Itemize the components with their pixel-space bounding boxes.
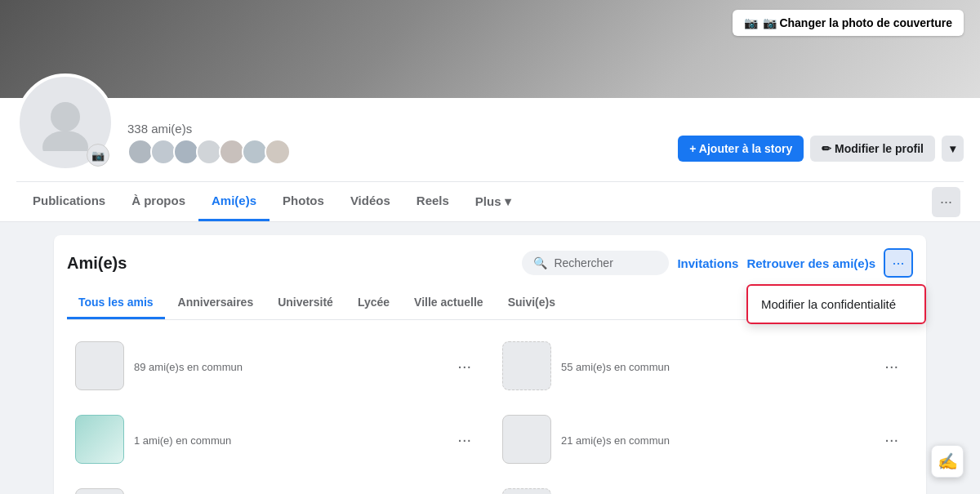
profile-meta: 338 ami(e)s bbox=[127, 122, 665, 171]
more-dots-icon: ··· bbox=[892, 255, 904, 272]
change-cover-label: 📷 Changer la photo de couverture bbox=[763, 16, 952, 29]
friends-dropdown-menu: Modifier la confidentialité bbox=[746, 284, 926, 324]
profile-nav: Publications À propos Ami(e)s Photos Vid… bbox=[16, 181, 964, 221]
subtab-city[interactable]: Ville actuelle bbox=[403, 287, 495, 319]
tab-photos[interactable]: Photos bbox=[270, 182, 337, 221]
friend-info: 1 ami(e) en commun bbox=[134, 433, 441, 447]
nav-dots-button[interactable]: ··· bbox=[932, 187, 960, 217]
add-to-story-button[interactable]: + Ajouter à la story bbox=[678, 136, 804, 162]
friend-card: 1 ami(e) en commun ··· bbox=[67, 480, 486, 494]
tab-reels[interactable]: Reels bbox=[403, 182, 462, 221]
change-cover-photo-button[interactable]: 📷 📷 Changer la photo de couverture bbox=[733, 10, 964, 36]
friends-more-button[interactable]: ··· bbox=[884, 248, 913, 278]
friend-card: 89 ami(e)s en commun ··· bbox=[67, 333, 486, 398]
tab-friends[interactable]: Ami(e)s bbox=[198, 182, 270, 221]
friend-mutual-count: 21 ami(e)s en commun bbox=[561, 434, 868, 447]
friend-card: 55 ami(e)s en commun ··· bbox=[494, 333, 913, 398]
friend-options-button[interactable]: ··· bbox=[878, 354, 905, 379]
search-placeholder: Rechercher bbox=[554, 256, 612, 269]
friends-panel: Ami(e)s 🔍 Rechercher Invitations Retrouv… bbox=[54, 235, 926, 494]
friend-thumbnail bbox=[502, 415, 551, 464]
tab-videos[interactable]: Vidéos bbox=[337, 182, 403, 221]
cover-area: 📷 📷 Changer la photo de couverture 📷 338… bbox=[0, 0, 980, 222]
tab-about[interactable]: À propos bbox=[118, 182, 198, 221]
avatar-wrapper: 📷 bbox=[16, 73, 114, 171]
friend-thumbnail bbox=[502, 341, 551, 390]
friend-mutual-count: 1 ami(e) en commun bbox=[134, 434, 441, 447]
subtab-university[interactable]: Université bbox=[266, 287, 345, 319]
camera-icon: 📷 bbox=[744, 16, 758, 29]
friends-panel-title: Ami(e)s bbox=[67, 254, 522, 273]
friend-thumbnail bbox=[75, 341, 124, 390]
friend-options-button[interactable]: ··· bbox=[451, 427, 478, 452]
chevron-down-icon: ▾ bbox=[950, 142, 956, 155]
friends-count: 338 ami(e)s bbox=[127, 122, 665, 136]
profile-actions: + Ajouter à la story ✏ Modifier le profi… bbox=[678, 136, 964, 171]
friend-card: 84 ami(e)s en commun ··· bbox=[494, 480, 913, 494]
subtab-all-friends[interactable]: Tous les amis bbox=[67, 287, 165, 319]
svg-point-0 bbox=[51, 102, 80, 131]
friends-grid: 89 ami(e)s en commun ··· 55 ami(e)s en c… bbox=[67, 333, 913, 494]
avatar-image bbox=[37, 94, 94, 151]
friend-options-button[interactable]: ··· bbox=[451, 354, 478, 379]
edit-profile-label: ✏ Modifier le profil bbox=[822, 142, 924, 155]
friends-avatars-row bbox=[127, 139, 665, 165]
tab-more[interactable]: Plus ▾ bbox=[462, 183, 524, 220]
friend-info: 89 ami(e)s en commun bbox=[134, 359, 441, 373]
main-content: Ami(e)s 🔍 Rechercher Invitations Retrouv… bbox=[41, 235, 939, 494]
edit-profile-button[interactable]: ✏ Modifier le profil bbox=[810, 136, 935, 162]
invitations-link[interactable]: Invitations bbox=[677, 256, 738, 270]
friend-card: 1 ami(e) en commun ··· bbox=[67, 407, 486, 472]
avatar-camera-button[interactable]: 📷 bbox=[87, 144, 109, 167]
friend-info: 55 ami(e)s en commun bbox=[561, 359, 868, 373]
modify-privacy-item[interactable]: Modifier la confidentialité bbox=[748, 289, 924, 319]
subtab-birthdays[interactable]: Anniversaires bbox=[167, 287, 265, 319]
friends-search-box[interactable]: 🔍 Rechercher bbox=[522, 251, 669, 275]
friend-info: 21 ami(e)s en commun bbox=[561, 433, 868, 447]
friends-panel-header: Ami(e)s 🔍 Rechercher Invitations Retrouv… bbox=[67, 248, 913, 278]
friend-thumbnail bbox=[75, 415, 124, 464]
friends-panel-actions: 🔍 Rechercher Invitations Retrouver des a… bbox=[522, 248, 913, 278]
chat-icon: ✍ bbox=[938, 452, 958, 471]
find-friends-link[interactable]: Retrouver des ami(e)s bbox=[746, 256, 875, 270]
svg-point-1 bbox=[42, 131, 88, 151]
search-icon: 🔍 bbox=[533, 256, 547, 269]
subtab-following[interactable]: Suivi(e)s bbox=[497, 287, 567, 319]
friend-options-button[interactable]: ··· bbox=[878, 427, 905, 452]
profile-more-button[interactable]: ▾ bbox=[942, 136, 964, 162]
friend-mutual-count: 89 ami(e)s en commun bbox=[134, 361, 441, 373]
friend-mutual-count: 55 ami(e)s en commun bbox=[561, 361, 868, 373]
add-story-label: + Ajouter à la story bbox=[689, 142, 792, 155]
chat-icon-button[interactable]: ✍ bbox=[931, 445, 964, 478]
friend-mini-avatar bbox=[265, 139, 291, 165]
tab-publications[interactable]: Publications bbox=[20, 182, 118, 221]
camera-small-icon: 📷 bbox=[91, 149, 105, 162]
subtab-highschool[interactable]: Lycée bbox=[346, 287, 401, 319]
friend-thumbnail bbox=[75, 488, 124, 494]
friend-thumbnail bbox=[502, 488, 551, 494]
friend-card: 21 ami(e)s en commun ··· bbox=[494, 407, 913, 472]
